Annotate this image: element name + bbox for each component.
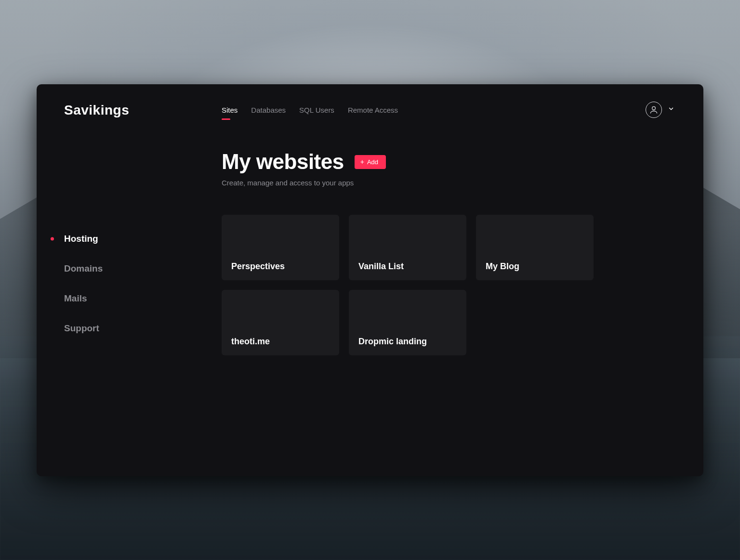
sidebar-item-label: Support [64,323,99,334]
sidebar-item-domains[interactable]: Domains [64,254,222,284]
sidebar: Savikings Hosting Domains Mails Support [37,84,222,476]
avatar-icon [646,102,662,118]
chevron-down-icon [668,105,674,114]
top-tabs: Sites Databases SQL Users Remote Access [222,106,674,120]
sidebar-nav: Hosting Domains Mails Support [64,224,222,343]
svg-point-0 [652,106,656,110]
sites-grid: Perspectives Vanilla List My Blog theoti… [222,215,674,355]
tab-sites[interactable]: Sites [222,106,238,120]
sidebar-item-support[interactable]: Support [64,313,222,343]
site-card[interactable]: Dropmic landing [349,290,466,355]
tab-label: Sites [222,106,238,114]
tab-label: Databases [251,106,286,114]
main-content: Sites Databases SQL Users Remote Access … [222,84,703,476]
site-card-title: Perspectives [231,261,285,272]
site-card-title: Vanilla List [358,261,404,272]
page-subtitle: Create, manage and access to your apps [222,179,674,187]
sidebar-item-mails[interactable]: Mails [64,284,222,313]
tab-remote-access[interactable]: Remote Access [348,106,398,120]
site-card[interactable]: Vanilla List [349,215,466,280]
tab-databases[interactable]: Databases [251,106,286,120]
site-card-title: Dropmic landing [358,337,427,347]
plus-icon: + [360,158,364,165]
site-card-title: theoti.me [231,337,270,347]
add-site-button[interactable]: + Add [355,155,386,169]
add-button-label: Add [367,158,378,166]
tab-label: SQL Users [299,106,334,114]
app-window: Savikings Hosting Domains Mails Support [37,84,703,476]
active-dot-icon [51,237,54,241]
brand-logo: Savikings [64,103,222,118]
sidebar-item-label: Domains [64,263,103,274]
tab-sql-users[interactable]: SQL Users [299,106,334,120]
sidebar-item-label: Mails [64,293,87,304]
sidebar-item-hosting[interactable]: Hosting [64,224,222,254]
tab-label: Remote Access [348,106,398,114]
user-menu[interactable] [646,102,674,118]
site-card[interactable]: My Blog [476,215,594,280]
site-card[interactable]: theoti.me [222,290,339,355]
sidebar-item-label: Hosting [64,234,98,244]
site-card-title: My Blog [486,261,519,272]
site-card[interactable]: Perspectives [222,215,339,280]
page-title: My websites [222,150,344,174]
